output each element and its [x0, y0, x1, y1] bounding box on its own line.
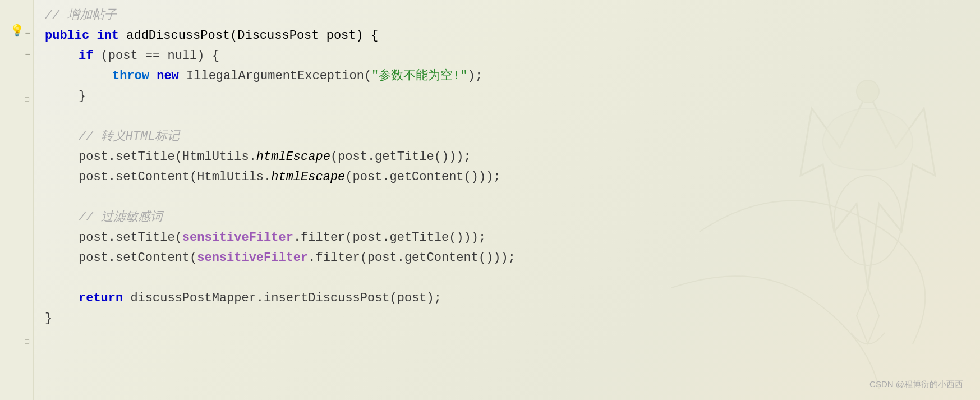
code-area: // 增加帖子 public int addDiscussPost(Discus… — [34, 0, 980, 334]
set-title-1-line: post.setTitle(HtmlUtils. htmlEscape (pos… — [45, 147, 969, 167]
return-statement-line: return discussPostMapper.insertDiscussPo… — [45, 288, 969, 309]
empty-line-3 — [45, 268, 969, 288]
method-signature-line: public int addDiscussPost(DiscussPost po… — [45, 26, 969, 46]
empty-line-2 — [45, 187, 969, 208]
csdn-watermark: CSDN @程博衍的小西西 — [869, 379, 963, 390]
comment-line-2: // 转义HTML标记 — [45, 127, 969, 147]
comment-line-1: // 增加帖子 — [45, 6, 969, 26]
comment-line-3: // 过滤敏感词 — [45, 208, 969, 228]
set-title-2-line: post.setTitle( sensitiveFilter .filter(p… — [45, 228, 969, 248]
code-container: 💡 − − □ □ // 增加帖子 public int addDiscussP… — [0, 0, 980, 400]
close-method-line: } — [45, 309, 969, 329]
close-if-line: } — [45, 86, 969, 107]
set-content-1-line: post.setContent(HtmlUtils. htmlEscape (p… — [45, 167, 969, 187]
set-content-2-line: post.setContent( sensitiveFilter .filter… — [45, 248, 969, 268]
if-statement-line: if (post == null) { — [45, 46, 969, 66]
empty-line-1 — [45, 107, 969, 127]
throw-statement-line: throw new IllegalArgumentException( "参数不… — [45, 66, 969, 86]
gutter: 💡 − − □ □ — [0, 0, 34, 400]
